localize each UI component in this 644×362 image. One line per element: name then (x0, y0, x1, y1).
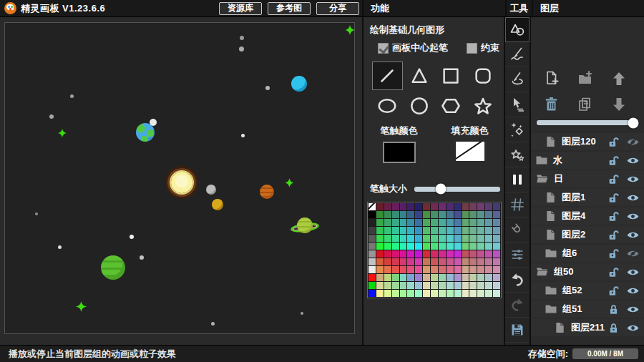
pause-tool[interactable] (505, 167, 530, 192)
palette-swatch[interactable] (431, 227, 438, 234)
layer-row-组6[interactable]: 组6 (531, 245, 644, 262)
palette-swatch[interactable] (454, 235, 462, 242)
palette-swatch[interactable] (415, 250, 422, 258)
palette-swatch[interactable] (376, 290, 384, 297)
palette-swatch[interactable] (469, 282, 477, 289)
add-group-button[interactable] (575, 69, 595, 89)
palette-swatch[interactable] (431, 219, 438, 226)
palette-swatch[interactable] (439, 258, 446, 265)
palette-swatch[interactable] (400, 258, 407, 265)
layer-row-水[interactable]: 水 (531, 152, 644, 169)
palette-swatch[interactable] (469, 203, 477, 210)
palette-swatch[interactable] (447, 266, 454, 273)
palette-swatch[interactable] (423, 258, 430, 265)
palette-swatch[interactable] (400, 203, 407, 210)
palette-swatch[interactable] (462, 250, 469, 258)
palette-swatch[interactable] (423, 219, 430, 226)
layer-opacity-slider[interactable] (537, 120, 636, 125)
palette-swatch[interactable] (423, 266, 430, 273)
palette-swatch[interactable] (447, 211, 454, 218)
stroke-size-slider[interactable] (414, 187, 500, 192)
palette-swatch[interactable] (423, 211, 430, 218)
palette-swatch[interactable] (400, 290, 407, 297)
palette-swatch[interactable] (392, 274, 399, 281)
palette-swatch[interactable] (469, 235, 477, 242)
palette-swatch[interactable] (384, 290, 391, 297)
rounded-square-shape-button[interactable] (468, 62, 499, 90)
palette-swatch[interactable] (454, 266, 462, 273)
palette-swatch[interactable] (415, 235, 422, 242)
palette-swatch[interactable] (369, 235, 376, 242)
eye-off-icon[interactable] (626, 137, 640, 147)
drawing-canvas[interactable] (4, 22, 355, 334)
palette-swatch[interactable] (392, 250, 399, 258)
palette-swatch[interactable] (485, 290, 492, 297)
move-down-button[interactable] (609, 94, 629, 114)
star-shape-button[interactable] (468, 92, 499, 120)
duplicate-layer-button[interactable] (575, 94, 595, 114)
palette-swatch[interactable] (376, 266, 384, 273)
palette-swatch[interactable] (439, 219, 446, 226)
palette-swatch[interactable] (376, 219, 384, 226)
palette-swatch[interactable] (454, 219, 462, 226)
share-button[interactable]: 分享 (316, 2, 359, 15)
palette-swatch[interactable] (369, 266, 376, 273)
circle-shape-button[interactable] (404, 92, 435, 120)
palette-swatch[interactable] (431, 266, 438, 273)
palette-swatch[interactable] (423, 235, 430, 242)
palette-swatch[interactable] (477, 274, 484, 281)
palette-swatch[interactable] (392, 258, 399, 265)
eye-icon[interactable] (626, 323, 640, 333)
palette-swatch[interactable] (384, 235, 391, 242)
palette-swatch[interactable] (493, 227, 500, 234)
palette-swatch[interactable] (369, 258, 376, 265)
palette-swatch[interactable] (407, 243, 414, 250)
palette-swatch[interactable] (447, 243, 454, 250)
palette-swatch[interactable] (376, 227, 384, 234)
eye-icon[interactable] (626, 285, 640, 296)
ellipse-shape-button[interactable] (372, 92, 403, 120)
palette-swatch[interactable] (431, 274, 438, 281)
save-tool[interactable] (505, 318, 530, 343)
palette-swatch[interactable] (462, 227, 469, 234)
eye-icon[interactable] (626, 155, 640, 166)
palette-swatch[interactable] (407, 258, 414, 265)
palette-swatch[interactable] (493, 258, 500, 265)
palette-swatch[interactable] (439, 211, 446, 218)
palette-swatch[interactable] (407, 282, 414, 289)
palette-swatch[interactable] (493, 235, 500, 242)
palette-swatch[interactable] (431, 243, 438, 250)
palette-swatch[interactable] (439, 274, 446, 281)
fill-color-swatch[interactable] (456, 142, 484, 161)
particle-tool[interactable] (505, 142, 530, 167)
palette-swatch[interactable] (469, 250, 477, 258)
palette-swatch[interactable] (447, 258, 454, 265)
palette-swatch[interactable] (384, 203, 391, 210)
palette-swatch[interactable] (485, 219, 492, 226)
palette-swatch[interactable] (407, 290, 414, 297)
palette-swatch[interactable] (392, 203, 399, 210)
palette-swatch[interactable] (447, 227, 454, 234)
palette-swatch[interactable] (400, 219, 407, 226)
palette-swatch[interactable] (376, 203, 384, 210)
palette-swatch[interactable] (369, 290, 376, 297)
palette-swatch[interactable] (439, 290, 446, 297)
triangle-shape-button[interactable] (404, 62, 435, 90)
palette-swatch[interactable] (392, 243, 399, 250)
lock-open-icon[interactable] (608, 173, 619, 185)
grid-tool[interactable] (505, 192, 530, 217)
layer-row-组52[interactable]: 组52 (531, 282, 644, 299)
redo-tool[interactable] (505, 293, 530, 318)
palette-swatch[interactable] (493, 266, 500, 273)
palette-swatch[interactable] (485, 243, 492, 250)
eye-off-icon[interactable] (626, 248, 640, 259)
lock-open-icon[interactable] (608, 136, 619, 148)
palette-swatch[interactable] (447, 282, 454, 289)
palette-swatch[interactable] (407, 227, 414, 234)
eye-icon[interactable] (626, 211, 640, 222)
palette-swatch[interactable] (369, 274, 376, 281)
lock-open-icon[interactable] (608, 210, 619, 222)
eye-icon[interactable] (626, 304, 640, 315)
magic-wand-tool[interactable] (505, 117, 530, 142)
palette-swatch[interactable] (407, 211, 414, 218)
